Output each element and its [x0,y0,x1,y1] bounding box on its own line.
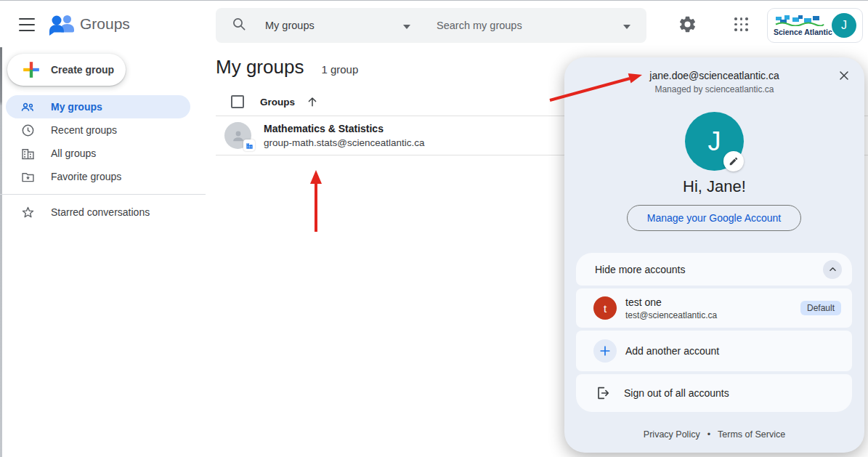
star-icon [20,205,36,220]
account-email: jane.doe@scienceatlantic.ca [564,70,864,81]
group-name: Mathematics & Statistics [264,123,425,134]
create-group-button[interactable]: Create group [7,54,126,86]
group-avatar [224,122,251,149]
privacy-policy-link[interactable]: Privacy Policy [644,429,700,440]
group-row-mathematics-statistics[interactable]: Mathematics & Statistics group-math.stat… [216,116,564,155]
google-plus-icon [22,60,41,79]
window-edge [0,1,2,457]
account-avatar: t [593,296,617,320]
greeting-text: Hi, Jane! [564,177,864,196]
app-title: Groups [80,15,130,33]
group-count: 1 group [321,63,358,76]
sidebar-divider [0,194,206,195]
sidebar-item-starred-conversations[interactable]: Starred conversations [6,201,190,224]
folder-star-icon [20,169,36,185]
science-atlantic-logo: Science Atlantic [774,15,827,36]
plus-icon [593,339,617,363]
add-account-label: Add another account [625,345,719,357]
footer-separator: • [707,429,710,440]
sidebar-item-all-groups[interactable]: All groups [6,142,190,165]
people-icon [20,100,36,115]
groups-app-window: Groups My groups [0,0,868,457]
main-menu-icon[interactable] [19,18,35,31]
top-bar: Groups My groups [0,1,868,47]
account-email-secondary: test@scienceatlantic.ca [625,310,717,320]
sidebar-item-label: My groups [51,101,102,113]
managed-by-text: Managed by scienceatlantic.ca [564,84,864,94]
account-name: test one [625,296,717,308]
search-scope-value: My groups [265,20,315,31]
sign-out-all-button[interactable]: Sign out of all accounts [576,374,852,412]
sign-out-icon [595,385,615,401]
default-badge: Default [800,301,841,315]
sidebar-item-label: Favorite groups [51,171,121,182]
select-all-checkbox[interactable] [231,95,244,108]
edit-avatar-pencil-icon[interactable] [723,151,744,171]
arrow-to-group-row [310,170,322,232]
user-avatar[interactable]: J [832,13,856,38]
add-another-account-button[interactable]: Add another account [576,331,852,371]
building-icon [20,146,36,161]
chevron-up-icon [823,260,842,279]
search-scope-selector[interactable]: My groups [265,19,410,32]
search-icon [232,17,246,34]
create-group-label: Create group [51,64,114,76]
search-input[interactable] [437,20,604,31]
sidebar-item-my-groups[interactable]: My groups [6,95,190,118]
clock-icon [20,123,36,138]
panel-footer: Privacy Policy • Terms of Service [564,429,864,440]
close-icon[interactable] [835,67,853,84]
sidebar-item-recent-groups[interactable]: Recent groups [6,118,190,142]
terms-of-service-link[interactable]: Terms of Service [718,429,785,440]
settings-gear-icon[interactable] [678,15,698,35]
chevron-down-icon [403,19,410,32]
manage-google-account-button[interactable]: Manage your Google Account [627,205,801,231]
google-apps-grid-icon[interactable] [734,17,749,32]
organization-badge-icon [243,139,255,151]
sign-out-label: Sign out of all accounts [624,387,729,399]
groups-table-header: Groups [216,89,564,115]
search-options-chevron-icon[interactable] [623,19,630,32]
group-email: group-math.stats@scienceatlantic.ca [264,137,425,148]
page-header: My groups 1 group [216,56,358,78]
groups-logo-icon[interactable] [48,13,77,39]
sidebar-item-favorite-groups[interactable]: Favorite groups [6,165,190,188]
groups-column-header: Groups [260,97,295,108]
sidebar-item-label: Recent groups [51,124,117,136]
org-account-button[interactable]: Science Atlantic J [767,8,863,43]
page-title: My groups [216,56,304,78]
sidebar-item-label: Starred conversations [51,206,150,218]
org-name: Science Atlantic [774,28,827,36]
sidebar-item-label: All groups [51,147,96,159]
hide-more-accounts-label: Hide more accounts [595,264,686,275]
hide-more-accounts-button[interactable]: Hide more accounts [576,253,852,286]
sort-ascending-icon[interactable] [305,94,320,109]
search-bar: My groups [216,8,646,43]
account-row-test-one[interactable]: t test one test@scienceatlantic.ca Defau… [576,288,852,328]
